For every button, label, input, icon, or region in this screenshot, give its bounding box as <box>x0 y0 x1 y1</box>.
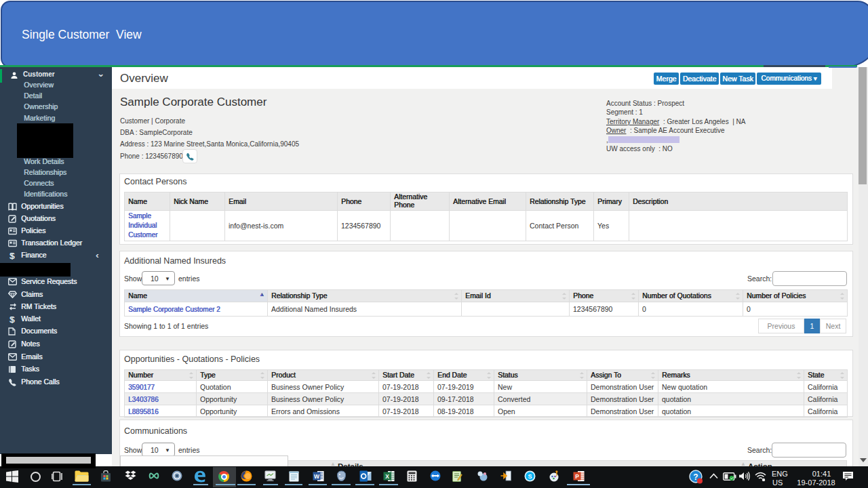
svg-text:P: P <box>575 473 579 480</box>
svg-text:W: W <box>314 473 320 480</box>
svg-text:X: X <box>385 473 389 480</box>
svg-text:S: S <box>528 473 532 480</box>
